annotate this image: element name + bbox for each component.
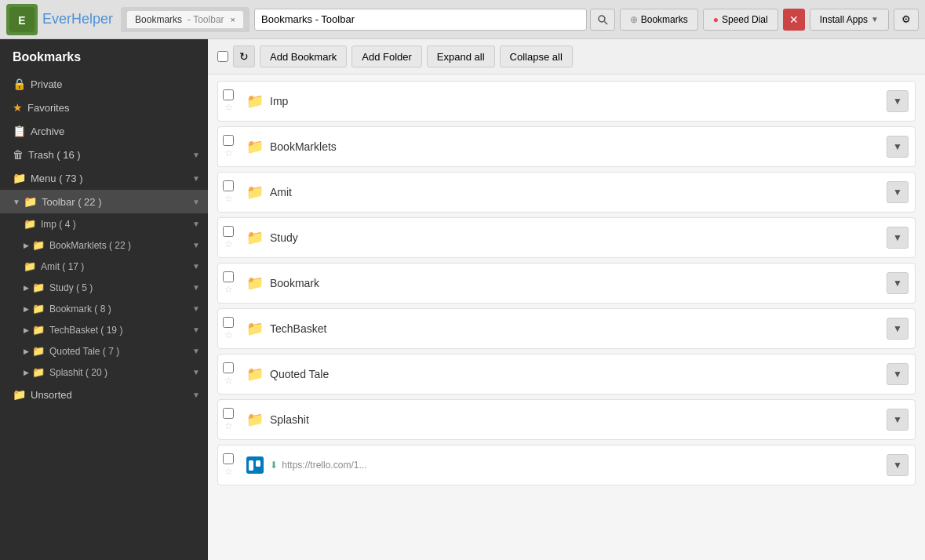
row-star-quotedtale[interactable]: ☆: [224, 375, 233, 386]
sidebar-item-menu[interactable]: 📁 Menu ( 73 ) ▼: [0, 166, 208, 190]
expand-all-button[interactable]: Expand all: [427, 45, 495, 67]
install-apps-btn[interactable]: Install Apps ▼: [810, 9, 889, 31]
expand-bookmarklets-icon: ▶: [24, 242, 29, 249]
row-star-bookmarklets[interactable]: ☆: [224, 147, 233, 158]
unsorted-arrow-icon: ▼: [192, 391, 200, 399]
trello-icon: [246, 456, 264, 474]
bookmarklets-expand-btn[interactable]: ▼: [887, 136, 909, 158]
row-checkbox-bookmark[interactable]: [223, 271, 234, 282]
imp-arrow-icon: ▼: [192, 220, 200, 228]
row-checkbox-amit[interactable]: [223, 180, 234, 191]
collapse-all-button[interactable]: Collapse all: [500, 45, 573, 67]
sidebar-label-unsorted: Unsorted: [31, 389, 72, 401]
search-button[interactable]: [590, 9, 615, 31]
expand-techbasket-icon: ▶: [24, 326, 29, 334]
row-star-imp[interactable]: ☆: [224, 102, 233, 113]
row-checkbox-study[interactable]: [223, 226, 234, 237]
sidebar-item-private[interactable]: 🔒 Private: [0, 72, 208, 96]
techbasket-arrow-icon: ▼: [192, 325, 200, 334]
bookmarklets-row-folder-icon: 📁: [246, 138, 264, 155]
select-all-checkbox[interactable]: [217, 51, 228, 62]
splashit-expand-btn[interactable]: ▼: [887, 409, 909, 431]
refresh-button[interactable]: ↻: [233, 45, 255, 67]
row-checkbox-splashit[interactable]: [223, 408, 234, 419]
sidebar-label-bookmark: Bookmark ( 8 ): [49, 304, 111, 315]
study-arrow-icon: ▼: [192, 283, 200, 292]
sidebar-label-techbasket: TechBasket ( 19 ): [49, 325, 122, 336]
sidebar-item-techbasket[interactable]: ▶ 📁 TechBasket ( 19 ) ▼: [0, 319, 208, 340]
sidebar-item-amit[interactable]: 📁 Amit ( 17 ) ▼: [0, 256, 208, 277]
url-input[interactable]: [254, 9, 587, 31]
sidebar-label-quotedtale: Quoted Tale ( 7 ): [49, 346, 119, 357]
bookmarks-nav-btn[interactable]: ⊕ Bookmarks: [620, 9, 698, 31]
sidebar-item-splashit[interactable]: ▶ 📁 Splashit ( 20 ) ▼: [0, 362, 208, 383]
imp-expand-btn[interactable]: ▼: [887, 90, 909, 112]
install-apps-label: Install Apps: [820, 14, 868, 25]
add-folder-button[interactable]: Add Folder: [351, 45, 422, 67]
dropdown-arrow-icon: ▼: [871, 15, 879, 24]
trello-expand-btn[interactable]: ▼: [887, 454, 909, 476]
splashit-arrow-icon: ▼: [192, 368, 200, 376]
imp-folder-icon: 📁: [24, 218, 36, 230]
row-left-quotedtale: ☆: [218, 359, 239, 389]
study-expand-btn[interactable]: ▼: [887, 227, 909, 249]
row-checkbox-techbasket[interactable]: [223, 317, 234, 328]
row-star-study[interactable]: ☆: [224, 238, 233, 249]
svg-point-2: [599, 16, 605, 22]
close-button[interactable]: ✕: [783, 9, 805, 31]
sidebar-item-unsorted[interactable]: 📁 Unsorted ▼: [0, 383, 208, 406]
lock-icon: 🔒: [13, 78, 26, 90]
sidebar-item-bookmarklets[interactable]: ▶ 📁 BookMarklets ( 22 ) ▼: [0, 235, 208, 256]
sidebar-item-favorites[interactable]: ★ Favorites: [0, 96, 208, 119]
sidebar-item-quotedtale[interactable]: ▶ 📁 Quoted Tale ( 7 ) ▼: [0, 340, 208, 362]
bookmarklets-folder-icon: 📁: [32, 239, 45, 251]
row-checkbox-trello[interactable]: [223, 453, 234, 464]
table-row: ☆ 📁 Imp ▼: [217, 81, 916, 122]
row-action-study: ▼: [880, 224, 915, 252]
row-star-techbasket[interactable]: ☆: [224, 329, 233, 340]
row-content-imp: 📁 Imp: [239, 86, 880, 116]
imp-row-folder-icon: 📁: [246, 93, 264, 110]
row-star-bookmark[interactable]: ☆: [224, 284, 233, 295]
row-star-amit[interactable]: ☆: [224, 193, 233, 204]
tab-close-btn[interactable]: ×: [231, 15, 235, 24]
speed-dial-nav-btn[interactable]: ● Speed Dial: [703, 9, 778, 31]
row-content-splashit: 📁 Splashit: [239, 405, 880, 435]
sidebar-label-archive: Archive: [31, 125, 64, 137]
add-bookmark-button[interactable]: Add Bookmark: [260, 45, 347, 67]
expand-toolbar-icon: ▼: [13, 198, 20, 206]
app-logo: E: [6, 4, 38, 35]
sidebar-item-bookmark[interactable]: ▶ 📁 Bookmark ( 8 ) ▼: [0, 298, 208, 319]
refresh-icon: ↻: [239, 50, 249, 63]
bookmark-expand-btn[interactable]: ▼: [887, 272, 909, 294]
svg-line-3: [604, 21, 607, 24]
techbasket-expand-btn[interactable]: ▼: [887, 318, 909, 340]
row-checkbox-quotedtale[interactable]: [223, 362, 234, 373]
sidebar-item-toolbar[interactable]: ▼ 📁 Toolbar ( 22 ) ▼: [0, 190, 208, 213]
expand-study-icon: ▶: [24, 284, 29, 292]
sidebar-label-study: Study ( 5 ): [49, 282, 93, 293]
sidebar-item-imp[interactable]: 📁 Imp ( 4 ) ▼: [0, 213, 208, 235]
active-tab[interactable]: Bookmarks - Toolbar ×: [127, 11, 243, 28]
sidebar-label-toolbar: Toolbar ( 22 ): [42, 196, 102, 208]
row-content-bookmarklets: 📁 BookMarklets: [239, 132, 880, 162]
row-star-trello[interactable]: ☆: [224, 466, 233, 477]
sidebar-item-archive[interactable]: 📋 Archive: [0, 119, 208, 143]
settings-gear-btn[interactable]: ⚙: [894, 9, 919, 31]
sidebar-item-study[interactable]: ▶ 📁 Study ( 5 ) ▼: [0, 277, 208, 298]
row-star-splashit[interactable]: ☆: [224, 420, 233, 431]
sidebar-label-trash: Trash ( 16 ): [28, 149, 81, 161]
row-left-study: ☆: [218, 223, 239, 253]
amit-expand-btn[interactable]: ▼: [887, 181, 909, 203]
bookmarks-nav-label: Bookmarks: [641, 14, 688, 25]
svg-rect-5: [256, 460, 260, 467]
table-row: ☆ 📁 Bookmark ▼: [217, 263, 916, 304]
trash-icon: 🗑: [13, 148, 24, 161]
row-checkbox-imp[interactable]: [223, 89, 234, 100]
quotedtale-expand-btn[interactable]: ▼: [887, 363, 909, 385]
unsorted-folder-icon: 📁: [13, 388, 26, 401]
row-checkbox-bookmarklets[interactable]: [223, 135, 234, 146]
quotedtale-arrow-icon: ▼: [192, 347, 200, 355]
sidebar-item-trash[interactable]: 🗑 Trash ( 16 ) ▼: [0, 143, 208, 166]
study-row-folder-icon: 📁: [246, 229, 264, 246]
